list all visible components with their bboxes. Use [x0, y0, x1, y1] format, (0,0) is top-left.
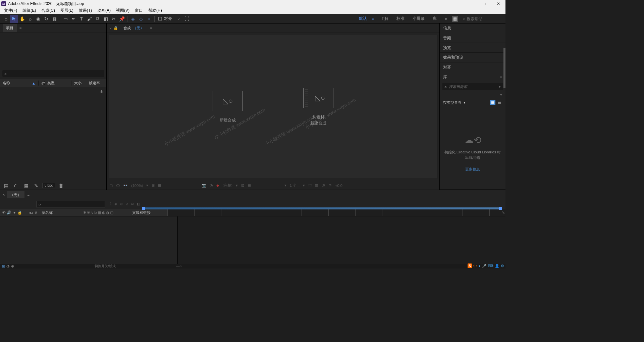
switch-icon[interactable]: ↘: [91, 210, 94, 215]
menu-layer[interactable]: 图层(L): [58, 8, 76, 13]
ws-tab-learn[interactable]: 了解: [377, 14, 392, 23]
camera-tool[interactable]: ▦: [50, 15, 58, 23]
ws-menu-indicator-icon[interactable]: ≡: [372, 17, 374, 21]
cf-show-snapshot-icon[interactable]: ◔: [210, 183, 213, 188]
tl-col-number[interactable]: #: [35, 211, 40, 215]
library-search[interactable]: ⌕ ▾: [442, 83, 503, 90]
shape-tool[interactable]: ▭: [61, 15, 69, 23]
close-button[interactable]: ✕: [495, 1, 501, 6]
tray-sogou-icon[interactable]: S: [468, 263, 472, 268]
tray-icon[interactable]: 👤: [495, 264, 499, 268]
eraser-tool[interactable]: ◧: [102, 15, 110, 23]
speaker-icon[interactable]: 🔊: [7, 210, 11, 215]
text-tool[interactable]: T: [77, 15, 86, 23]
ws-tab-small[interactable]: 小屏幕: [409, 14, 428, 23]
panel-effects[interactable]: 效果和预设: [440, 53, 505, 62]
project-search[interactable]: ⌕: [2, 70, 104, 77]
lock-icon[interactable]: 🔒: [17, 210, 22, 215]
lock-icon[interactable]: 🔒: [113, 26, 118, 30]
cf-display-icon[interactable]: ▢: [109, 183, 113, 188]
cf-exposure[interactable]: +0.0: [335, 184, 342, 188]
cf-3d-icon[interactable]: ⬚: [308, 183, 312, 188]
ws-tab-default[interactable]: 默认: [356, 14, 370, 23]
tray-icon[interactable]: ⌨: [488, 264, 493, 268]
bpc-button[interactable]: 8 bpc: [42, 183, 55, 188]
tl-tool-icon[interactable]: ⤵: [110, 202, 112, 206]
panel-audio[interactable]: 音频: [440, 33, 505, 43]
brush-tool[interactable]: 🖌: [86, 15, 94, 23]
eye-icon[interactable]: 👁: [1, 210, 6, 215]
tray-icon[interactable]: 中: [473, 263, 477, 268]
menu-help[interactable]: 帮助(H): [146, 8, 165, 13]
library-more-info-link[interactable]: 更多信息: [465, 167, 480, 172]
library-search-input[interactable]: [449, 85, 497, 89]
home-tool[interactable]: ⌂: [2, 15, 10, 23]
mesh-tool-c[interactable]: ▫: [145, 15, 153, 23]
new-composition-button[interactable]: ◺○ 新建合成: [196, 81, 260, 133]
library-menu-icon[interactable]: ≡: [500, 75, 502, 79]
snap-opt-a[interactable]: ⟋: [175, 15, 183, 23]
switch-icon[interactable]: ◑: [106, 210, 109, 215]
cf-camera-count[interactable]: 1 个...: [290, 183, 300, 188]
tray-icon[interactable]: 🎤: [482, 264, 487, 268]
mesh-tool-a[interactable]: ◈: [129, 15, 137, 23]
new-comp-from-footage-button[interactable]: ◺○ 从素材 新建合成: [286, 78, 350, 136]
work-area-bar[interactable]: [143, 207, 501, 209]
tl-footer-icon[interactable]: ◔: [6, 264, 10, 268]
timeline-search[interactable]: ⌕: [36, 201, 105, 207]
tl-col-label-color[interactable]: 🏷: [27, 211, 35, 215]
roto-tool[interactable]: ✂: [110, 15, 118, 23]
snap-checkbox[interactable]: ☐: [156, 15, 164, 23]
timeline-tracks[interactable]: [177, 216, 505, 268]
panel-library[interactable]: 库 ≡: [440, 72, 505, 82]
pen-tool[interactable]: ✒: [69, 15, 77, 23]
ws-overflow-icon[interactable]: »: [441, 15, 450, 22]
search-help-input[interactable]: [467, 16, 503, 21]
cf-grid-icon[interactable]: ⊡: [241, 183, 244, 188]
timeline-expand-icon[interactable]: ⤡: [502, 210, 505, 215]
tl-col-source-name[interactable]: 源名称: [40, 210, 83, 215]
project-search-input[interactable]: [7, 71, 102, 76]
solo-icon[interactable]: ●: [12, 210, 17, 215]
menu-edit[interactable]: 编辑(E): [20, 8, 39, 13]
mesh-tool-b[interactable]: ◇: [137, 15, 145, 23]
tl-col-parent-link[interactable]: 父级和链接: [130, 210, 167, 215]
menu-view[interactable]: 视图(V): [113, 8, 132, 13]
new-comp-icon[interactable]: ▦: [22, 182, 30, 190]
cf-view-icon[interactable]: ▥: [315, 183, 318, 188]
cf-dropdown-icon[interactable]: ▾: [236, 183, 238, 188]
tl-tool-icon[interactable]: ◈: [114, 202, 117, 206]
project-body[interactable]: ⋔: [0, 87, 106, 181]
tray-icon[interactable]: ●: [478, 264, 481, 268]
timeline-tab-close-icon[interactable]: ×: [3, 193, 5, 197]
orbit-tool[interactable]: ◉: [34, 15, 42, 23]
col-type[interactable]: 类型: [45, 81, 71, 86]
cf-res-icon[interactable]: ⊞: [152, 183, 155, 188]
dropdown-icon[interactable]: ▾: [500, 93, 502, 97]
dropdown-icon[interactable]: ▾: [499, 85, 501, 89]
cf-quality[interactable]: (完整): [222, 183, 232, 188]
new-folder-icon[interactable]: 🗀: [12, 182, 20, 190]
cf-dropdown-icon[interactable]: ▾: [303, 183, 305, 188]
cf-mask-icon[interactable]: 👓: [123, 183, 128, 188]
delete-icon[interactable]: 🗑: [57, 182, 65, 190]
panel-align[interactable]: 对齐: [440, 62, 505, 72]
comp-panel-tab[interactable]: 合成 （无）: [120, 24, 147, 32]
flowchart-icon[interactable]: ⋔: [99, 88, 104, 95]
ws-tab-standard[interactable]: 标准: [393, 14, 408, 23]
cf-timecode-icon[interactable]: ⏱: [322, 184, 325, 188]
cf-dropdown-icon[interactable]: ▾: [284, 183, 286, 188]
col-fps[interactable]: 帧速率: [86, 81, 106, 86]
timeline-panel-menu-icon[interactable]: ≡: [27, 193, 29, 197]
dropdown-icon[interactable]: ▾: [464, 100, 466, 105]
tray-icon[interactable]: ⚙: [501, 264, 504, 268]
cf-guide-icon[interactable]: ▦: [248, 183, 251, 188]
menu-effect[interactable]: 效果(T): [76, 8, 95, 13]
timeline-ruler[interactable]: [167, 209, 505, 216]
switch-icon[interactable]: ▢: [110, 210, 113, 215]
comp-tab-close-icon[interactable]: ×: [109, 26, 111, 30]
tl-tool-icon[interactable]: ⊘: [125, 202, 128, 206]
cf-channel-icon[interactable]: ▦: [158, 183, 161, 188]
tl-zoom-out-icon[interactable]: —: [176, 264, 180, 268]
menu-animation[interactable]: 动画(A): [95, 8, 113, 13]
